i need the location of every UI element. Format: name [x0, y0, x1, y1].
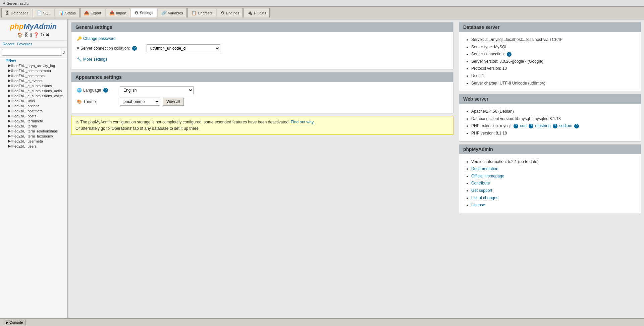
tab-plugins-label: Plugins	[254, 11, 266, 15]
curl-link[interactable]: curl	[520, 123, 527, 128]
refresh-icon[interactable]: ↻	[40, 32, 44, 38]
search-input[interactable]	[2, 49, 61, 56]
main-panel: General settings 🔑 Change password ≡ Ser…	[68, 19, 456, 318]
sidebar-table-item[interactable]: ▶⊞edZbU_usermeta	[1, 139, 67, 144]
database-server-title: Database server	[463, 24, 499, 30]
table-icon: ⊞	[11, 144, 13, 148]
tab-sql[interactable]: 📄 SQL	[33, 8, 54, 17]
table-icon: ≡	[77, 46, 79, 51]
tab-charsets[interactable]: 📋 Charsets	[187, 8, 216, 17]
warning-text: The phpMyAdmin configuration storage is …	[80, 120, 289, 124]
warning-bar: ⚠ The phpMyAdmin configuration storage i…	[71, 116, 453, 135]
sidebar-table-item[interactable]: ▶⊞edZbU_e_submissions_value	[1, 93, 67, 98]
arrow-icon: ▶	[8, 144, 11, 148]
contribute-link[interactable]: Contribute	[471, 181, 490, 185]
sidebar-table-item[interactable]: ▶⊞edZbU_users	[1, 144, 67, 149]
server-icon: 🖥	[2, 1, 5, 5]
arrow-icon: ▶	[8, 104, 11, 108]
tab-engines[interactable]: ⚙ Engines	[217, 8, 243, 17]
mbstring-help[interactable]: ?	[553, 124, 557, 128]
tab-settings[interactable]: ⚙ Settings	[131, 8, 157, 17]
arrow-icon: ▶	[8, 129, 11, 133]
collation-help-icon[interactable]: ?	[132, 46, 137, 51]
appearance-settings-title: Appearance settings	[75, 74, 122, 80]
license-link[interactable]: License	[471, 203, 485, 207]
find-out-why-link[interactable]: Find out why.	[291, 120, 314, 124]
more-settings-link[interactable]: 🔧 More settings	[77, 57, 107, 62]
official-homepage-link[interactable]: Official Homepage	[471, 174, 504, 178]
change-password-row: 🔑 Change password	[77, 36, 448, 41]
charsets-icon: 📋	[191, 10, 197, 15]
tab-export[interactable]: 📤 Export	[80, 8, 105, 17]
mbstring-link[interactable]: mbstring	[535, 123, 551, 128]
tab-variables-label: Variables	[168, 11, 183, 15]
recent-link[interactable]: Recent	[3, 42, 14, 46]
search-count: 3	[63, 50, 65, 54]
sidebar-table-item[interactable]: ▶⊞edZbU_termmeta	[1, 118, 67, 123]
table-name: edZbU_commentmeta	[14, 69, 51, 73]
official-homepage-item: Official Homepage	[471, 173, 636, 180]
sidebar-table-item[interactable]: ▶⊞edZbU_terms	[1, 123, 67, 128]
view-all-button[interactable]: View all	[163, 98, 184, 106]
sidebar-table-item[interactable]: ▶⊞edZbU_options	[1, 103, 67, 108]
exit-icon[interactable]: ✖	[46, 32, 50, 38]
language-select[interactable]: English French German Spanish	[120, 86, 194, 94]
sql-icon: 📄	[37, 10, 42, 15]
sodium-help[interactable]: ?	[574, 124, 579, 128]
tree-items: ▶⊞edZbU_aryo_activity_log▶⊞edZbU_comment…	[1, 63, 67, 149]
mysqli-help[interactable]: ?	[514, 124, 518, 128]
sidebar-table-item[interactable]: ▶⊞edZbU_links	[1, 98, 67, 103]
sidebar-table-item[interactable]: ▶⊞edZbU_term_taxonomy	[1, 133, 67, 139]
sidebar-table-item[interactable]: ▶⊞edZbU_commentmeta	[1, 68, 67, 73]
sidebar-search-area: 3	[0, 48, 67, 57]
tab-sql-label: SQL	[43, 11, 51, 15]
get-support-link[interactable]: Get support	[471, 188, 492, 193]
tab-plugins[interactable]: 🔌 Plugins	[244, 8, 270, 17]
table-icon: ⊞	[11, 69, 13, 72]
theme-icon: 🎨	[77, 99, 82, 104]
web-server-title: Web server	[463, 96, 488, 102]
sidebar-table-item[interactable]: ▶⊞edZbU_e_events	[1, 78, 67, 83]
new-database-item[interactable]: ⊕ New	[1, 57, 67, 63]
sidebar-table-item[interactable]: ▶⊞edZbU_posts	[1, 113, 67, 118]
curl-help[interactable]: ?	[529, 124, 533, 128]
sidebar-table-item[interactable]: ▶⊞edZbU_e_submissions	[1, 83, 67, 88]
change-password-label: Change password	[83, 36, 116, 41]
table-name: edZbU_posts	[14, 114, 36, 118]
server-type-info: Server type: MySQL	[471, 44, 636, 51]
change-password-link[interactable]: 🔑 Change password	[77, 36, 116, 41]
collation-select[interactable]: utf8mb4_unicode_ci	[147, 44, 220, 52]
favorites-link[interactable]: Favorites	[17, 42, 32, 46]
phpmyadmin-header: phpMyAdmin	[459, 145, 641, 154]
tab-status[interactable]: 📊 Status	[55, 8, 79, 17]
tab-variables[interactable]: 🔗 Variables	[158, 8, 187, 17]
key-icon: 🔑	[77, 36, 82, 41]
language-help-icon[interactable]: ?	[103, 88, 108, 93]
theme-select[interactable]: pmahomme original metro	[120, 98, 160, 106]
sidebar-table-item[interactable]: ▶⊞edZbU_postmeta	[1, 108, 67, 113]
sidebar-table-item[interactable]: ▶⊞edZbU_comments	[1, 73, 67, 78]
tree-group: ⊕ New ▶⊞edZbU_aryo_activity_log▶⊞edZbU_c…	[0, 57, 67, 149]
contribute-item: Contribute	[471, 180, 636, 187]
sodium-link[interactable]: sodium	[559, 123, 572, 128]
general-settings-title: General settings	[75, 24, 112, 30]
new-label: New	[8, 58, 16, 62]
documentation-link[interactable]: Documentation	[471, 166, 498, 171]
server-connection-help[interactable]: ?	[507, 52, 512, 57]
sidebar-table-item[interactable]: ▶⊞edZbU_aryo_activity_log	[1, 63, 67, 68]
list-of-changes-link[interactable]: List of changes	[471, 196, 498, 200]
help-icon-sidebar[interactable]: ❓	[33, 32, 39, 38]
theme-select-wrap: pmahomme original metro View all	[120, 98, 184, 106]
sidebar-table-item[interactable]: ▶⊞edZbU_term_relationships	[1, 128, 67, 133]
plugins-icon: 🔌	[247, 10, 253, 15]
home-icon[interactable]: 🏠	[17, 32, 23, 38]
table-name: edZbU_e_events	[14, 79, 43, 83]
table-icon: ⊞	[11, 94, 13, 98]
database-server-list: Server: a.../mysql...localhost:...localh…	[465, 36, 636, 87]
console-button[interactable]: ▶ Console	[3, 320, 26, 325]
tab-databases[interactable]: 🗄 Databases	[1, 8, 32, 17]
tab-import[interactable]: 📥 Import	[106, 8, 130, 17]
db-icon[interactable]: 🗄	[24, 32, 29, 38]
info-icon-sidebar[interactable]: ℹ	[30, 32, 32, 38]
sidebar-table-item[interactable]: ▶⊞edZbU_e_submissions_actio	[1, 88, 67, 93]
